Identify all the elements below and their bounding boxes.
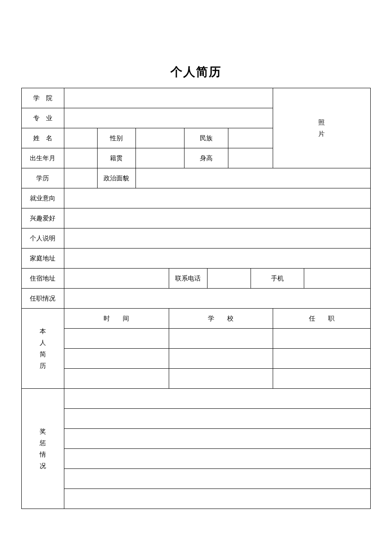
- label-political: 政治面貌: [97, 168, 135, 188]
- resume-row-position: [273, 329, 370, 349]
- resume-row-time: [64, 329, 169, 349]
- label-phone: 联系电话: [169, 269, 207, 289]
- label-college: 学 院: [22, 88, 64, 108]
- value-ethnicity: [228, 128, 273, 148]
- photo-placeholder: 照片: [273, 88, 370, 168]
- label-hobby: 兴趣爱好: [22, 208, 64, 228]
- resume-row-time: [64, 349, 169, 369]
- label-origin: 籍贯: [97, 148, 135, 168]
- label-major: 专 业: [22, 108, 64, 128]
- value-height: [228, 148, 273, 168]
- label-mobile: 手机: [251, 269, 304, 289]
- resume-table: 学 院 照片 专 业 姓 名 性别 民族 出生年月 籍贯 身高 学历: [21, 88, 371, 509]
- label-name: 姓 名: [22, 128, 64, 148]
- label-gender: 性别: [97, 128, 135, 148]
- resume-row-position: [273, 369, 370, 389]
- label-job-intent: 就业意向: [22, 188, 64, 208]
- resume-row-school: [169, 369, 273, 389]
- value-major: [64, 108, 273, 128]
- value-origin: [135, 148, 184, 168]
- rewards-row: [64, 469, 370, 489]
- label-home-addr: 家庭地址: [22, 249, 64, 269]
- value-name: [64, 128, 97, 148]
- label-height: 身高: [184, 148, 228, 168]
- value-personal-desc: [64, 228, 370, 249]
- value-gender: [135, 128, 184, 148]
- label-personal-desc: 个人说明: [22, 228, 64, 249]
- label-time: 时 间: [64, 309, 169, 329]
- label-education: 学历: [22, 168, 64, 188]
- resume-row-school: [169, 349, 273, 369]
- label-school: 学 校: [169, 309, 273, 329]
- label-birth: 出生年月: [22, 148, 64, 168]
- rewards-row: [64, 489, 370, 509]
- label-rewards: 奖惩情况: [22, 389, 64, 509]
- value-birth: [64, 148, 97, 168]
- value-phone: [207, 269, 251, 289]
- resume-row-time: [64, 369, 169, 389]
- rewards-row: [64, 429, 370, 449]
- value-job-intent: [64, 188, 370, 208]
- value-dorm-addr: [64, 269, 169, 289]
- value-position-status: [64, 289, 370, 309]
- resume-row-position: [273, 349, 370, 369]
- label-ethnicity: 民族: [184, 128, 228, 148]
- resume-row-school: [169, 329, 273, 349]
- rewards-row: [64, 389, 370, 409]
- value-education: [64, 168, 97, 188]
- value-mobile: [304, 269, 371, 289]
- rewards-row: [64, 449, 370, 469]
- label-dorm-addr: 住宿地址: [22, 269, 64, 289]
- value-college: [64, 88, 273, 108]
- page-title: 个人简历: [21, 64, 371, 80]
- label-resume-self: 本人简历: [22, 309, 64, 389]
- value-political: [135, 168, 370, 188]
- label-position: 任 职: [273, 309, 370, 329]
- value-hobby: [64, 208, 370, 228]
- rewards-row: [64, 409, 370, 429]
- label-position-status: 任职情况: [22, 289, 64, 309]
- value-home-addr: [64, 249, 370, 269]
